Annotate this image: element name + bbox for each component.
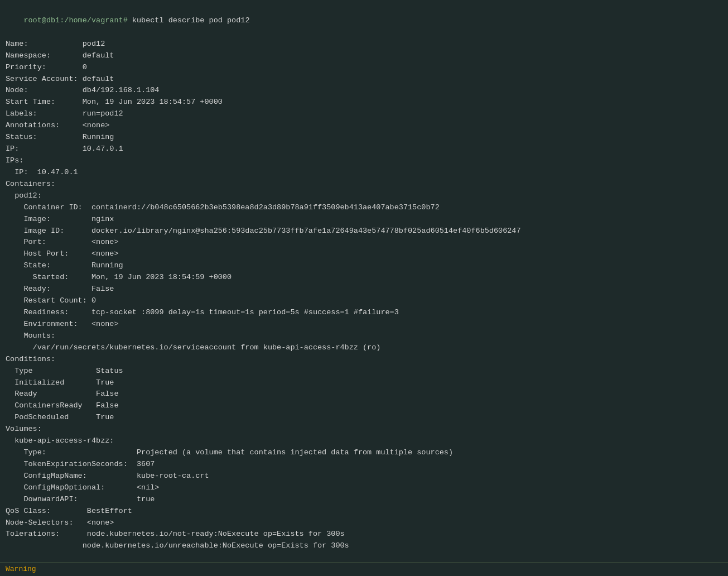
terminal-line: Name: pod12 — [6, 39, 722, 50]
terminal-line: Node: db4/192.168.1.104 — [6, 85, 722, 97]
terminal-line: kube-api-access-r4bzz: — [6, 435, 722, 447]
terminal-line: Readiness: tcp-socket :8099 delay=1s tim… — [6, 307, 722, 319]
terminal-line: Annotations: <none> — [6, 120, 722, 132]
terminal-line: Environment: <none> — [6, 319, 722, 330]
terminal-command: kubectl describe pod pod12 — [132, 16, 250, 25]
terminal-line: Volumes: — [6, 424, 722, 435]
terminal-line: Initialized True — [6, 377, 722, 389]
terminal-output: Name: pod12 Namespace: default Priority:… — [6, 39, 722, 576]
terminal-line: ConfigMapName: kube-root-ca.crt — [6, 471, 722, 482]
terminal-line: Containers: — [6, 179, 722, 190]
terminal-line: Container ID: containerd://b048c6505662b… — [6, 202, 722, 214]
terminal-line: Labels: run=pod12 — [6, 108, 722, 120]
terminal-line: IP: 10.47.0.1 — [6, 167, 722, 179]
terminal-line: Mounts: — [6, 330, 722, 342]
terminal-line: Namespace: default — [6, 50, 722, 62]
terminal-line: Conditions: — [6, 354, 722, 366]
terminal: root@db1:/home/vagrant# kubectl describe… — [6, 3, 722, 39]
terminal-line: Start Time: Mon, 19 Jun 2023 18:54:57 +0… — [6, 97, 722, 108]
status-warning-label: Warning — [6, 564, 36, 575]
command-line: root@db1:/home/vagrant# kubectl describe… — [6, 3, 722, 39]
terminal-line: Ready: False — [6, 284, 722, 295]
terminal-line: Type Status — [6, 366, 722, 377]
terminal-line: Image: nginx — [6, 214, 722, 225]
terminal-line: TokenExpirationSeconds: 3607 — [6, 459, 722, 471]
terminal-line: PodScheduled True — [6, 412, 722, 424]
terminal-line: /var/run/secrets/kubernetes.io/serviceac… — [6, 342, 722, 354]
terminal-line: IPs: — [6, 155, 722, 167]
terminal-prompt: root@db1:/home/vagrant# — [23, 16, 132, 25]
terminal-line: Priority: 0 — [6, 62, 722, 74]
terminal-line: Service Account: default — [6, 74, 722, 85]
terminal-line: Port: <none> — [6, 237, 722, 248]
terminal-line: node.kubernetes.io/unreachable:NoExecute… — [6, 540, 722, 552]
terminal-line: Restart Count: 0 — [6, 295, 722, 307]
terminal-line: Ready False — [6, 388, 722, 400]
terminal-line: Host Port: <none> — [6, 248, 722, 260]
terminal-line: Status: Running — [6, 132, 722, 143]
terminal-line: Type: Projected (a volume that contains … — [6, 447, 722, 459]
terminal-line: ContainersReady False — [6, 400, 722, 412]
status-bar: Warning — [0, 562, 728, 576]
terminal-line: QoS Class: BestEffort — [6, 506, 722, 517]
terminal-line: Started: Mon, 19 Jun 2023 18:54:59 +0000 — [6, 272, 722, 284]
terminal-line: Node-Selectors: <none> — [6, 517, 722, 529]
terminal-line: pod12: — [6, 190, 722, 202]
terminal-line: IP: 10.47.0.1 — [6, 143, 722, 155]
terminal-line: DownwardAPI: true — [6, 494, 722, 506]
terminal-line: State: Running — [6, 260, 722, 272]
terminal-line: ConfigMapOptional: <nil> — [6, 482, 722, 494]
terminal-line: Image ID: docker.io/library/nginx@sha256… — [6, 225, 722, 237]
terminal-line: Tolerations: node.kubernetes.io/not-read… — [6, 529, 722, 540]
